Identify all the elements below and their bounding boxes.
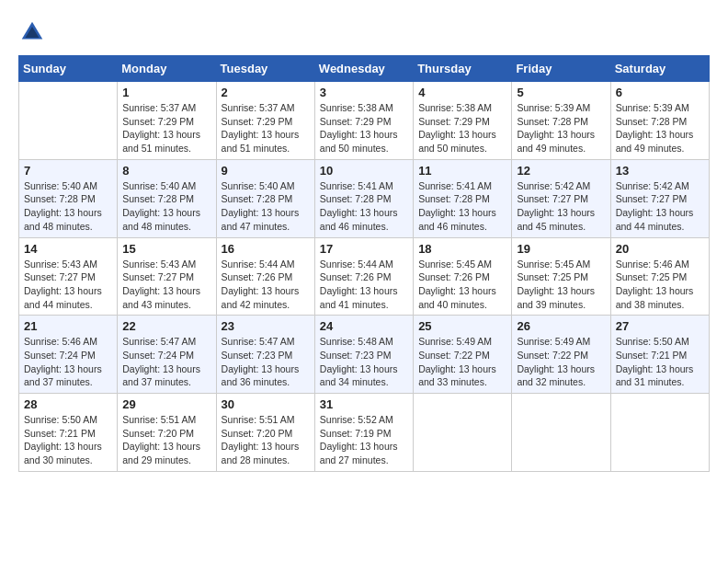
calendar-cell: 13Sunrise: 5:42 AMSunset: 7:27 PMDayligh… xyxy=(610,159,709,237)
day-number: 30 xyxy=(222,397,310,411)
day-info: Sunrise: 5:38 AMSunset: 7:29 PMDaylight:… xyxy=(418,101,506,155)
calendar-cell: 23Sunrise: 5:47 AMSunset: 7:23 PMDayligh… xyxy=(216,316,314,394)
day-info: Sunrise: 5:37 AMSunset: 7:29 PMDaylight:… xyxy=(222,101,310,155)
calendar-cell: 30Sunrise: 5:51 AMSunset: 7:20 PMDayligh… xyxy=(216,394,314,472)
day-info: Sunrise: 5:43 AMSunset: 7:27 PMDaylight:… xyxy=(24,258,112,312)
calendar-cell: 6Sunrise: 5:39 AMSunset: 7:28 PMDaylight… xyxy=(610,82,709,160)
day-info: Sunrise: 5:45 AMSunset: 7:26 PMDaylight:… xyxy=(418,258,506,312)
day-number: 19 xyxy=(517,242,605,256)
calendar-cell: 14Sunrise: 5:43 AMSunset: 7:27 PMDayligh… xyxy=(19,237,118,316)
calendar-cell: 15Sunrise: 5:43 AMSunset: 7:27 PMDayligh… xyxy=(118,237,216,316)
weekday-header: Friday xyxy=(512,56,610,82)
calendar-cell: 17Sunrise: 5:44 AMSunset: 7:26 PMDayligh… xyxy=(314,237,413,316)
day-info: Sunrise: 5:50 AMSunset: 7:21 PMDaylight:… xyxy=(24,413,112,467)
day-info: Sunrise: 5:41 AMSunset: 7:28 PMDaylight:… xyxy=(418,179,506,234)
weekday-header-row: SundayMondayTuesdayWednesdayThursdayFrid… xyxy=(19,56,710,82)
day-info: Sunrise: 5:45 AMSunset: 7:25 PMDaylight:… xyxy=(517,258,605,312)
calendar-cell: 5Sunrise: 5:39 AMSunset: 7:28 PMDaylight… xyxy=(512,82,610,160)
day-number: 20 xyxy=(616,242,704,256)
day-info: Sunrise: 5:48 AMSunset: 7:23 PMDaylight:… xyxy=(320,335,408,389)
calendar-week-row: 7Sunrise: 5:40 AMSunset: 7:28 PMDaylight… xyxy=(19,159,710,237)
calendar-cell: 9Sunrise: 5:40 AMSunset: 7:28 PMDaylight… xyxy=(216,159,314,237)
day-number: 9 xyxy=(222,164,310,178)
day-info: Sunrise: 5:40 AMSunset: 7:28 PMDaylight:… xyxy=(122,179,210,234)
calendar-cell xyxy=(19,82,118,160)
page-header xyxy=(18,18,710,46)
calendar-week-row: 28Sunrise: 5:50 AMSunset: 7:21 PMDayligh… xyxy=(19,394,710,472)
day-number: 8 xyxy=(122,164,210,178)
calendar-cell xyxy=(414,394,512,472)
day-number: 12 xyxy=(517,164,605,178)
day-info: Sunrise: 5:44 AMSunset: 7:26 PMDaylight:… xyxy=(320,258,408,312)
day-number: 11 xyxy=(418,164,506,178)
calendar-cell: 28Sunrise: 5:50 AMSunset: 7:21 PMDayligh… xyxy=(19,394,118,472)
calendar-cell: 27Sunrise: 5:50 AMSunset: 7:21 PMDayligh… xyxy=(610,316,709,394)
calendar-cell: 18Sunrise: 5:45 AMSunset: 7:26 PMDayligh… xyxy=(414,237,512,316)
day-info: Sunrise: 5:42 AMSunset: 7:27 PMDaylight:… xyxy=(517,179,605,234)
day-number: 25 xyxy=(418,319,506,333)
weekday-header: Saturday xyxy=(610,56,709,82)
day-number: 28 xyxy=(24,397,112,411)
calendar-cell: 21Sunrise: 5:46 AMSunset: 7:24 PMDayligh… xyxy=(19,316,118,394)
calendar-cell: 3Sunrise: 5:38 AMSunset: 7:29 PMDaylight… xyxy=(314,82,413,160)
calendar-cell: 26Sunrise: 5:49 AMSunset: 7:22 PMDayligh… xyxy=(512,316,610,394)
day-number: 31 xyxy=(320,397,408,411)
day-number: 13 xyxy=(616,164,704,178)
day-info: Sunrise: 5:49 AMSunset: 7:22 PMDaylight:… xyxy=(418,335,506,389)
calendar-cell: 12Sunrise: 5:42 AMSunset: 7:27 PMDayligh… xyxy=(512,159,610,237)
day-number: 15 xyxy=(122,242,210,256)
day-info: Sunrise: 5:37 AMSunset: 7:29 PMDaylight:… xyxy=(122,101,210,155)
day-number: 7 xyxy=(24,164,112,178)
day-number: 17 xyxy=(320,242,408,256)
day-number: 24 xyxy=(320,319,408,333)
calendar-cell: 4Sunrise: 5:38 AMSunset: 7:29 PMDaylight… xyxy=(414,82,512,160)
calendar-week-row: 14Sunrise: 5:43 AMSunset: 7:27 PMDayligh… xyxy=(19,237,710,316)
day-number: 4 xyxy=(418,86,506,99)
calendar-cell: 29Sunrise: 5:51 AMSunset: 7:20 PMDayligh… xyxy=(118,394,216,472)
day-info: Sunrise: 5:46 AMSunset: 7:24 PMDaylight:… xyxy=(24,335,112,389)
day-info: Sunrise: 5:43 AMSunset: 7:27 PMDaylight:… xyxy=(122,258,210,312)
day-number: 26 xyxy=(517,319,605,333)
weekday-header: Monday xyxy=(118,56,216,82)
weekday-header: Sunday xyxy=(19,56,118,82)
calendar-cell: 16Sunrise: 5:44 AMSunset: 7:26 PMDayligh… xyxy=(216,237,314,316)
day-info: Sunrise: 5:52 AMSunset: 7:19 PMDaylight:… xyxy=(320,413,408,467)
day-number: 16 xyxy=(222,242,310,256)
day-info: Sunrise: 5:39 AMSunset: 7:28 PMDaylight:… xyxy=(616,101,704,155)
weekday-header: Wednesday xyxy=(314,56,413,82)
calendar-cell: 19Sunrise: 5:45 AMSunset: 7:25 PMDayligh… xyxy=(512,237,610,316)
day-info: Sunrise: 5:46 AMSunset: 7:25 PMDaylight:… xyxy=(616,258,704,312)
calendar-week-row: 1Sunrise: 5:37 AMSunset: 7:29 PMDaylight… xyxy=(19,82,710,160)
calendar-cell: 10Sunrise: 5:41 AMSunset: 7:28 PMDayligh… xyxy=(314,159,413,237)
calendar-cell: 24Sunrise: 5:48 AMSunset: 7:23 PMDayligh… xyxy=(314,316,413,394)
calendar-cell: 20Sunrise: 5:46 AMSunset: 7:25 PMDayligh… xyxy=(610,237,709,316)
calendar-cell xyxy=(610,394,709,472)
day-number: 18 xyxy=(418,242,506,256)
calendar-cell: 8Sunrise: 5:40 AMSunset: 7:28 PMDaylight… xyxy=(118,159,216,237)
day-info: Sunrise: 5:44 AMSunset: 7:26 PMDaylight:… xyxy=(222,258,310,312)
day-number: 21 xyxy=(24,319,112,333)
day-number: 6 xyxy=(616,86,704,99)
calendar-cell: 7Sunrise: 5:40 AMSunset: 7:28 PMDaylight… xyxy=(19,159,118,237)
day-info: Sunrise: 5:38 AMSunset: 7:29 PMDaylight:… xyxy=(320,101,408,155)
day-info: Sunrise: 5:47 AMSunset: 7:23 PMDaylight:… xyxy=(222,335,310,389)
day-info: Sunrise: 5:39 AMSunset: 7:28 PMDaylight:… xyxy=(517,101,605,155)
day-number: 1 xyxy=(122,86,210,99)
calendar-cell: 31Sunrise: 5:52 AMSunset: 7:19 PMDayligh… xyxy=(314,394,413,472)
day-info: Sunrise: 5:40 AMSunset: 7:28 PMDaylight:… xyxy=(222,179,310,234)
day-info: Sunrise: 5:41 AMSunset: 7:28 PMDaylight:… xyxy=(320,179,408,234)
day-info: Sunrise: 5:51 AMSunset: 7:20 PMDaylight:… xyxy=(222,413,310,467)
day-number: 22 xyxy=(122,319,210,333)
calendar-cell: 2Sunrise: 5:37 AMSunset: 7:29 PMDaylight… xyxy=(216,82,314,160)
day-info: Sunrise: 5:47 AMSunset: 7:24 PMDaylight:… xyxy=(122,335,210,389)
calendar-week-row: 21Sunrise: 5:46 AMSunset: 7:24 PMDayligh… xyxy=(19,316,710,394)
logo-icon xyxy=(18,18,46,46)
day-number: 3 xyxy=(320,86,408,99)
day-info: Sunrise: 5:50 AMSunset: 7:21 PMDaylight:… xyxy=(616,335,704,389)
calendar-cell: 22Sunrise: 5:47 AMSunset: 7:24 PMDayligh… xyxy=(118,316,216,394)
day-number: 23 xyxy=(222,319,310,333)
calendar-table: SundayMondayTuesdayWednesdayThursdayFrid… xyxy=(18,55,710,472)
day-number: 29 xyxy=(122,397,210,411)
calendar-cell: 11Sunrise: 5:41 AMSunset: 7:28 PMDayligh… xyxy=(414,159,512,237)
day-number: 5 xyxy=(517,86,605,99)
